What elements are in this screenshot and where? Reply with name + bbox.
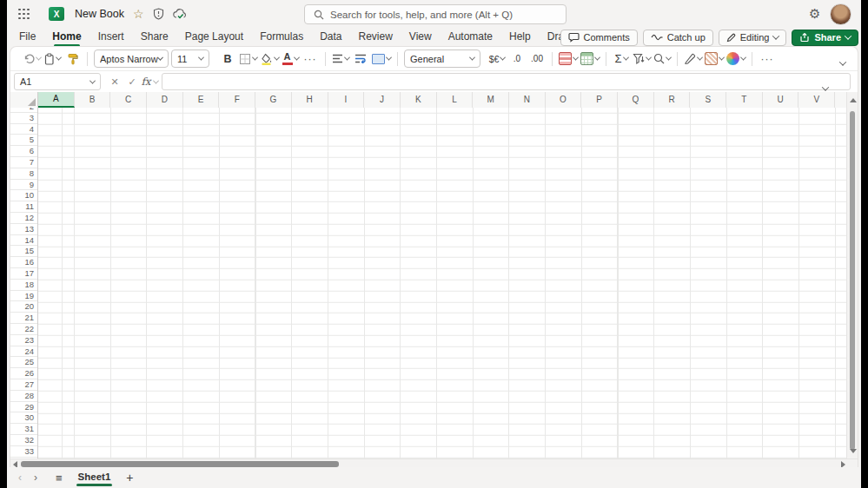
enter-button[interactable]: ✓ [123, 73, 141, 90]
font-more-options-button[interactable]: ··· [301, 49, 319, 68]
insert-function-button[interactable]: fx [141, 73, 158, 90]
favorite-star-icon[interactable]: ☆ [133, 7, 144, 21]
row-header-20[interactable]: 20 [10, 301, 37, 313]
document-title[interactable]: New Book [75, 8, 124, 20]
font-name-select[interactable]: Aptos Narrow... [94, 49, 169, 68]
row-header-32[interactable]: 32 [10, 435, 37, 446]
column-header-K[interactable]: K [401, 92, 437, 108]
row-header-12[interactable]: 12 [10, 213, 37, 224]
save-status-cloud-icon[interactable] [173, 8, 188, 20]
menu-tab-automate[interactable]: Automate [448, 29, 493, 46]
menu-tab-help[interactable]: Help [509, 29, 531, 46]
column-header-R[interactable]: R [654, 92, 691, 108]
column-header-S[interactable]: S [690, 92, 726, 108]
scroll-up-arrow-icon[interactable] [850, 98, 857, 102]
row-header-28[interactable]: 28 [10, 391, 37, 402]
account-avatar[interactable] [830, 3, 851, 25]
column-header-G[interactable]: G [255, 92, 292, 108]
column-header-L[interactable]: L [437, 92, 474, 108]
column-header-N[interactable]: N [509, 92, 546, 108]
share-button[interactable]: Share [792, 30, 858, 46]
fill-color-button[interactable] [260, 49, 279, 68]
column-header-B[interactable]: B [75, 92, 111, 108]
column-header-T[interactable]: T [726, 92, 763, 108]
alignment-button[interactable] [332, 49, 349, 68]
menu-tab-view[interactable]: View [409, 29, 432, 46]
scroll-down-arrow-icon[interactable] [850, 449, 857, 453]
search-input[interactable]: Search for tools, help, and more (Alt + … [304, 4, 567, 24]
menu-tab-review[interactable]: Review [359, 29, 393, 46]
row-header-25[interactable]: 25 [10, 357, 37, 368]
menu-tab-file[interactable]: File [19, 29, 36, 46]
row-header-27[interactable]: 27 [10, 379, 37, 391]
copilot-button[interactable] [726, 49, 745, 68]
decrease-decimal-button[interactable]: .0 [508, 49, 526, 68]
wrap-text-button[interactable] [352, 49, 369, 68]
row-header-29[interactable]: 29 [10, 402, 37, 413]
menu-tab-home[interactable]: Home [52, 29, 81, 46]
column-header-F[interactable]: F [219, 92, 255, 108]
number-format-select[interactable]: General [404, 49, 480, 68]
row-header-6[interactable]: 6 [10, 146, 37, 157]
column-header-Q[interactable]: Q [618, 92, 654, 108]
increase-decimal-button[interactable]: .00 [528, 49, 546, 68]
cell-styles-button[interactable] [705, 49, 724, 68]
row-header-9[interactable]: 9 [10, 180, 37, 191]
column-header-M[interactable]: M [473, 92, 509, 108]
column-header-W[interactable]: W [835, 92, 847, 108]
row-header-14[interactable]: 14 [10, 235, 37, 247]
row-header-10[interactable]: 10 [10, 190, 37, 201]
column-header-V[interactable]: V [798, 92, 835, 108]
row-header-8[interactable]: 8 [10, 168, 37, 180]
row-header-21[interactable]: 21 [10, 313, 37, 324]
paste-button[interactable] [43, 49, 61, 68]
column-header-J[interactable]: J [364, 92, 401, 108]
row-header-23[interactable]: 23 [10, 335, 37, 346]
font-size-select[interactable]: 11 [171, 49, 209, 68]
sheet-tab-sheet1[interactable]: Sheet1 [76, 469, 113, 487]
previous-sheet-button[interactable]: ‹ [12, 472, 28, 484]
column-header-U[interactable]: U [763, 92, 799, 108]
column-header-D[interactable]: D [147, 92, 183, 108]
column-header-I[interactable]: I [328, 92, 365, 108]
conditional-formatting-button[interactable] [559, 49, 578, 68]
horizontal-scroll-thumb[interactable] [21, 461, 339, 467]
select-all-button[interactable] [10, 92, 38, 108]
vertical-scrollbar[interactable] [846, 92, 858, 458]
cells-area[interactable] [38, 108, 847, 458]
cancel-button[interactable]: ✕ [106, 73, 123, 90]
row-header-26[interactable]: 26 [10, 368, 37, 379]
row-header-19[interactable]: 19 [10, 291, 37, 302]
ribbon-collapse-button[interactable] [840, 54, 845, 69]
row-header-24[interactable]: 24 [10, 346, 37, 358]
undo-button[interactable] [23, 49, 41, 68]
app-launcher-icon[interactable] [18, 9, 30, 20]
menu-tab-data[interactable]: Data [320, 29, 341, 46]
row-header-13[interactable]: 13 [10, 224, 37, 235]
catch-up-button[interactable]: Catch up [643, 30, 713, 46]
settings-gear-icon[interactable]: ⚙ [809, 0, 820, 28]
font-color-button[interactable]: A [282, 49, 299, 68]
row-header-16[interactable]: 16 [10, 257, 37, 268]
ribbon-more-options-button[interactable]: ··· [759, 49, 776, 68]
column-header-E[interactable]: E [183, 92, 220, 108]
row-header-4[interactable]: 4 [10, 124, 37, 135]
excel-logo-icon[interactable]: X [49, 7, 64, 21]
sensitivity-button[interactable] [684, 49, 702, 68]
row-header-30[interactable]: 30 [10, 412, 37, 424]
comments-button[interactable]: Comments [560, 30, 638, 46]
column-header-H[interactable]: H [292, 92, 328, 108]
column-header-P[interactable]: P [581, 92, 618, 108]
format-painter-button[interactable] [63, 49, 81, 68]
menu-tab-insert[interactable]: Insert [98, 29, 124, 46]
borders-button[interactable] [239, 49, 257, 68]
name-box[interactable]: A1 [14, 73, 101, 90]
sort-filter-button[interactable] [633, 49, 651, 68]
add-sheet-button[interactable]: + [126, 471, 133, 485]
vertical-scroll-thumb[interactable] [850, 111, 855, 450]
merge-cells-button[interactable] [372, 49, 391, 68]
column-header-C[interactable]: C [110, 92, 147, 108]
row-header-33[interactable]: 33 [10, 446, 37, 458]
editing-mode-button[interactable]: Editing [719, 30, 787, 46]
currency-format-button[interactable]: $€ [488, 49, 506, 68]
